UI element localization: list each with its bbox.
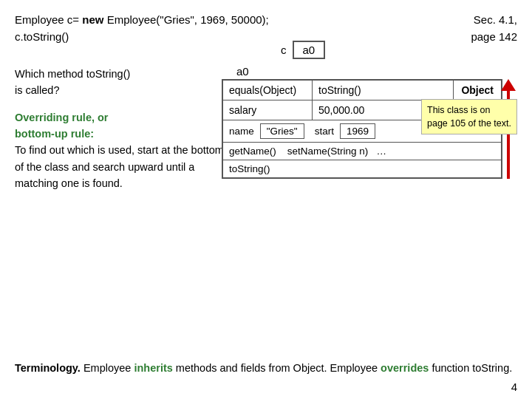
- tostring-bottom-row: toString(): [223, 160, 501, 177]
- name-value: "Gries": [260, 123, 304, 139]
- page-number: 4: [511, 381, 517, 393]
- salary-label: salary: [223, 100, 312, 120]
- tostring-method-label: toString(): [312, 81, 453, 100]
- term-text3: function toString.: [432, 362, 512, 374]
- term-text1: Employee: [83, 362, 134, 374]
- a0-ref-box: a0: [293, 41, 326, 59]
- yellow-note-text: This class is on page 105 of the text.: [427, 105, 511, 129]
- term-inherits: inherits: [134, 362, 172, 374]
- overriding-desc: To find out which is used, start at the …: [15, 144, 224, 189]
- start-label: start: [315, 126, 334, 137]
- overriding-subtitle: bottom-up rule:: [15, 128, 94, 140]
- term-bold: Terminology.: [15, 362, 81, 374]
- object-class-label: Object: [453, 81, 501, 100]
- yellow-note: This class is on page 105 of the text.: [421, 99, 517, 134]
- c-reference-row: c a0: [281, 41, 517, 59]
- main-container: Employee c= new Employee("Gries", 1969, …: [0, 0, 532, 399]
- diagram-panel: c a0 a0 equals(Object) toString() Object: [222, 41, 517, 179]
- setname-method: setName(String n): [287, 146, 369, 157]
- overriding-rule-text: Overriding rule, or bottom-up rule: To f…: [15, 109, 229, 192]
- left-panel: Which method toString() is called? Overr…: [15, 66, 229, 192]
- ellipsis: …: [377, 146, 387, 157]
- getname-method: getName(): [229, 146, 276, 157]
- up-arrow-head: [501, 79, 516, 91]
- term-overrides: overrides: [381, 362, 429, 374]
- terminology-row: Terminology. Employee inherits methods a…: [15, 361, 517, 377]
- get-set-row: getName() setName(String n) …: [223, 143, 501, 160]
- start-value: 1969: [340, 123, 375, 139]
- name-label: name: [229, 126, 254, 137]
- term-text2: methods and fields from Object. Employee: [176, 362, 381, 374]
- keyword-new: new: [82, 13, 103, 26]
- overriding-title: Overriding rule, or: [15, 112, 109, 123]
- code-line-1: Employee c= new Employee("Gries", 1969, …: [15, 12, 269, 29]
- a0-float-label: a0: [236, 65, 517, 78]
- salary-value: 50,000.00: [312, 100, 437, 120]
- sec-label: Sec. 4.1,: [471, 12, 517, 29]
- tostring-bottom: toString(): [229, 163, 270, 174]
- which-method-text: Which method toString() is called?: [15, 66, 229, 99]
- object-methods-row: equals(Object) toString() Object: [223, 81, 501, 100]
- c-label: c: [281, 44, 287, 56]
- equals-method-label: equals(Object): [223, 81, 312, 100]
